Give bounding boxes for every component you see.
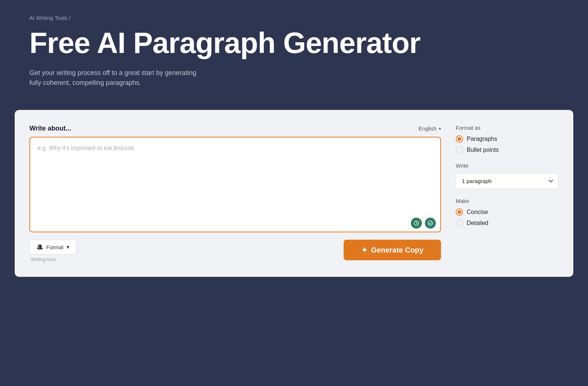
make-detailed-option[interactable]: Detailed bbox=[456, 219, 559, 227]
tone-label: Formal bbox=[46, 244, 64, 250]
chevron-down-icon: ▾ bbox=[439, 126, 441, 131]
format-paragraphs-radio[interactable] bbox=[456, 135, 463, 143]
generate-copy-button[interactable]: ✦ Generate Copy bbox=[344, 240, 441, 260]
tone-section: 🎩 Formal ▾ Writing tone bbox=[29, 240, 76, 262]
write-label: Write bbox=[456, 162, 559, 169]
tone-emoji: 🎩 bbox=[36, 244, 43, 250]
format-label: Format as bbox=[456, 125, 559, 131]
make-section: Make Concise Detailed bbox=[456, 198, 559, 227]
page-title: Free AI Paragraph Generator bbox=[29, 27, 559, 59]
format-bullets-option[interactable]: Bullet points bbox=[456, 146, 559, 154]
tone-button[interactable]: 🎩 Formal ▾ bbox=[29, 240, 76, 254]
page-subtitle: Get your writing process off to a great … bbox=[29, 68, 206, 88]
make-label: Make bbox=[456, 198, 559, 204]
textarea-wrapper bbox=[29, 137, 441, 234]
format-paragraphs-label: Paragraphs bbox=[467, 136, 497, 142]
tool-section: Write about... English ▾ bbox=[15, 110, 573, 277]
make-detailed-label: Detailed bbox=[467, 220, 488, 226]
write-section: Write 1 paragraph 2 paragraphs 3 paragra… bbox=[456, 162, 559, 189]
sparkle-icon: ✦ bbox=[361, 246, 368, 254]
format-bullets-radio[interactable] bbox=[456, 146, 463, 154]
tone-sublabel: Writing tone bbox=[29, 257, 76, 262]
write-select[interactable]: 1 paragraph 2 paragraphs 3 paragraphs bbox=[456, 173, 559, 189]
write-about-label: Write about... bbox=[29, 125, 71, 132]
ai-icon-1[interactable] bbox=[411, 218, 422, 229]
generate-button-label: Generate Copy bbox=[371, 246, 423, 254]
format-paragraphs-option[interactable]: Paragraphs bbox=[456, 135, 559, 143]
write-about-header: Write about... English ▾ bbox=[29, 125, 441, 132]
left-panel: Write about... English ▾ bbox=[29, 125, 441, 262]
make-concise-radio[interactable] bbox=[456, 208, 463, 216]
right-panel: Format as Paragraphs Bullet points Write… bbox=[456, 125, 559, 262]
bottom-row: 🎩 Formal ▾ Writing tone ✦ Generate Copy bbox=[29, 240, 441, 262]
language-label: English bbox=[419, 125, 437, 132]
make-concise-option[interactable]: Concise bbox=[456, 208, 559, 216]
make-concise-label: Concise bbox=[467, 209, 488, 215]
grammarly-icon[interactable] bbox=[425, 218, 436, 229]
svg-point-1 bbox=[428, 221, 433, 225]
format-bullets-label: Bullet points bbox=[467, 147, 499, 153]
header-section: AI Writing Tools / Free AI Paragraph Gen… bbox=[0, 0, 588, 110]
textarea-icons bbox=[411, 218, 436, 229]
make-detailed-radio[interactable] bbox=[456, 219, 463, 227]
language-selector[interactable]: English ▾ bbox=[419, 125, 441, 132]
topic-input[interactable] bbox=[29, 137, 441, 232]
tone-chevron-icon: ▾ bbox=[67, 244, 69, 250]
breadcrumb: AI Writing Tools / bbox=[29, 15, 559, 21]
format-section: Format as Paragraphs Bullet points bbox=[456, 125, 559, 154]
